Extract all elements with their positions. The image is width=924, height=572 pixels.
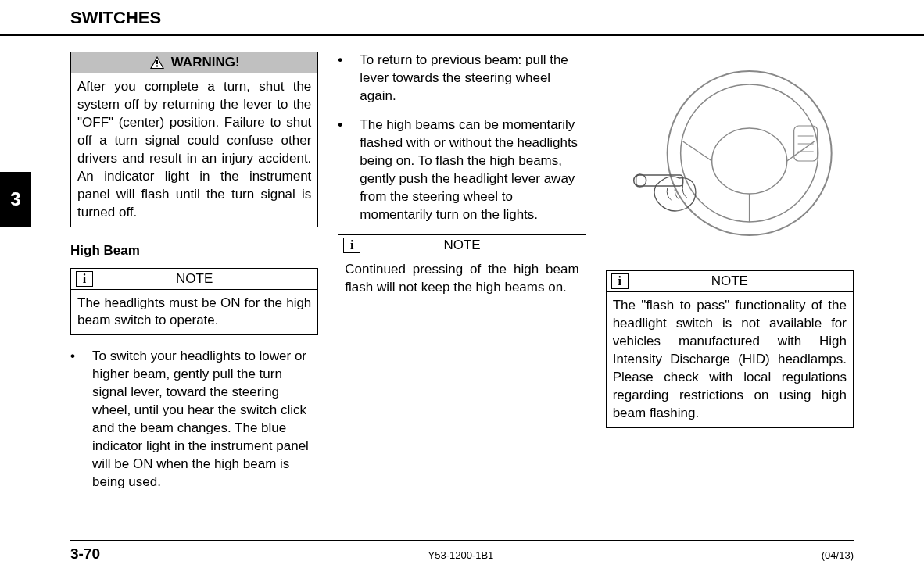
content-area: WARNING! After you complete a turn, shut… bbox=[0, 52, 924, 502]
page-header: SWITCHES bbox=[0, 0, 924, 36]
steering-wheel-figure bbox=[606, 52, 854, 255]
bullet-icon: • bbox=[338, 116, 360, 224]
svg-rect-3 bbox=[156, 66, 158, 67]
page-number: 3-70 bbox=[70, 545, 100, 563]
bullet-text: To switch your headlights to lower or hi… bbox=[92, 348, 318, 492]
warning-body-text: After you complete a turn, shut the syst… bbox=[71, 73, 317, 227]
note-header: i NOTE bbox=[71, 269, 317, 290]
note-label: NOTE bbox=[99, 271, 313, 287]
note-box-1: i NOTE The headlights must be ON for the… bbox=[70, 268, 318, 336]
bullet-list: • To return to previous beam: pull the l… bbox=[338, 52, 586, 223]
list-item: • To switch your headlights to lower or … bbox=[70, 348, 318, 492]
page-title: SWITCHES bbox=[70, 8, 161, 27]
column-1: WARNING! After you complete a turn, shut… bbox=[70, 52, 318, 502]
svg-rect-2 bbox=[156, 60, 158, 64]
note-label: NOTE bbox=[635, 273, 848, 289]
bullet-icon: • bbox=[338, 52, 360, 105]
column-2: • To return to previous beam: pull the l… bbox=[338, 52, 586, 502]
info-icon: i bbox=[343, 238, 360, 253]
warning-box: WARNING! After you complete a turn, shut… bbox=[70, 52, 318, 227]
note-body-text: Continued pressing of the high beam flas… bbox=[338, 256, 585, 302]
note-body-text: The "flash to pass" functionality of the… bbox=[607, 292, 853, 427]
note-box-2: i NOTE Continued pressing of the high be… bbox=[338, 234, 586, 302]
warning-triangle-icon bbox=[149, 55, 165, 70]
high-beam-heading: High Beam bbox=[70, 243, 318, 259]
steering-wheel-icon bbox=[606, 52, 854, 255]
bullet-icon: • bbox=[70, 348, 92, 492]
bullet-text: The high beams can be momentarily flashe… bbox=[360, 116, 586, 224]
note-box-3: i NOTE The "flash to pass" functionality… bbox=[606, 270, 854, 428]
note-header: i NOTE bbox=[607, 271, 853, 292]
chapter-number: 3 bbox=[10, 188, 20, 210]
note-header: i NOTE bbox=[338, 235, 585, 256]
bullet-list: • To switch your headlights to lower or … bbox=[70, 348, 318, 492]
warning-label: WARNING! bbox=[171, 55, 240, 70]
list-item: • To return to previous beam: pull the l… bbox=[338, 52, 586, 105]
warning-header: WARNING! bbox=[71, 52, 317, 73]
bullet-text: To return to previous beam: pull the lev… bbox=[360, 52, 586, 105]
list-item: • The high beams can be momentarily flas… bbox=[338, 116, 586, 224]
info-icon: i bbox=[611, 273, 629, 289]
chapter-tab: 3 bbox=[0, 172, 31, 227]
document-date: (04/13) bbox=[822, 549, 854, 561]
page-footer: 3-70 Y53-1200-1B1 (04/13) bbox=[70, 540, 854, 563]
note-label: NOTE bbox=[367, 238, 580, 253]
column-3: i NOTE The "flash to pass" functionality… bbox=[606, 52, 854, 502]
svg-point-6 bbox=[711, 128, 786, 194]
document-code: Y53-1200-1B1 bbox=[428, 549, 493, 561]
note-body-text: The headlights must be ON for the high b… bbox=[71, 290, 317, 335]
info-icon: i bbox=[76, 271, 93, 287]
